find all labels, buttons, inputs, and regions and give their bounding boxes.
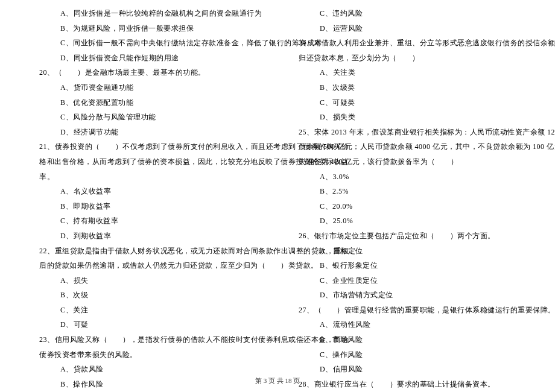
q22-option-a: A、损失 [27, 273, 268, 288]
q25-option-c: C、20.0% [287, 199, 528, 214]
left-column: A、同业拆借是一种比较纯粹的金融机构之间的资金融通行为 B、为规避风险，同业拆借… [18, 6, 278, 374]
q25-option-d: D、25.0% [287, 213, 528, 229]
q26-option-d: D、市场营销方式定位 [287, 288, 528, 303]
q23-option-a: A、贷款风险 [27, 362, 268, 377]
q22-option-b: B、次级 [27, 288, 268, 303]
q21-option-a: A、名义收益率 [27, 184, 268, 199]
q27-option-a: A、流动性风险 [287, 317, 528, 332]
q23-stem-l2: 债券投资者带来损失的风险。 [27, 347, 268, 362]
q25-stem-l1: 25、宋体 2013 年末，假设某商业银行相关指标为：人民币流动性资产余额 12… [287, 125, 528, 140]
q28-stem: 28、商业银行应当在（ ）要求的基础上计提储备资本。 [287, 377, 528, 392]
q21-option-c: C、持有期收益率 [27, 213, 268, 229]
q22-option-c: C、关注 [27, 303, 268, 318]
q24-stem-l2: 归还贷款本息，至少划分为（ ） [287, 51, 528, 66]
q22-stem-l2: 后的贷款如果仍然逾期，或借款人仍然无力归还贷款，应至少归为（ ）类贷款。 [27, 258, 268, 273]
q19-option-c: C、同业拆借一般不需向中央银行缴纳法定存款准备金，降低了银行的筹资成本 [27, 36, 268, 51]
q25-option-b: B、2.5% [287, 184, 528, 199]
q22-option-d: D、可疑 [27, 317, 268, 332]
q21-stem-l1: 21、债券投资的（ ）不仅考虑到了债券所支付的利息收入，而且还考虑到了债券的购买… [27, 139, 268, 154]
q27-stem: 27、（ ）管理是银行经营的重要职能，是银行体系稳健运行的重要保障。 [287, 303, 528, 318]
q20-option-c: C、风险分散与风险管理功能 [27, 110, 268, 125]
q24-option-b: B、次级类 [287, 80, 528, 95]
q21-option-b: B、即期收益率 [27, 199, 268, 214]
q26-option-a: A、目标定位 [287, 244, 528, 259]
q23-stem-l1: 23、信用风险又称（ ），是指发行债券的借款人不能按时支付债券利息或偿还本金，而… [27, 332, 268, 347]
q22-stem-l1: 22、重组贷款是指由于借款人财务状况恶化，或无力还款而对合同条款作出调整的贷款，… [27, 244, 268, 259]
q23-option-c: C、违约风险 [287, 6, 528, 21]
q25-stem-l2: 债余额 500 亿元；人民币贷款余额 4000 亿元，其中，不良贷款余额为 10… [287, 139, 528, 154]
q21-option-d: D、到期收益率 [27, 229, 268, 244]
right-column: C、违约风险 D、运营风险 24、对借款人利用企业兼并、重组、分立等形式恶意逃废… [278, 6, 537, 374]
q25-option-a: A、3.0% [287, 169, 528, 185]
q23-option-b: B、操作风险 [27, 377, 268, 392]
q20-option-a: A、货币资金融通功能 [27, 80, 268, 95]
q20-stem: 20、（ ）是金融市场最主要、最基本的功能。 [27, 65, 268, 80]
q26-stem: 26、银行市场定位主要包括产品定位和（ ）两个方面。 [287, 229, 528, 244]
q27-option-c: C、操作风险 [287, 347, 528, 362]
q20-option-d: D、经济调节功能 [27, 125, 268, 140]
q24-option-c: C、可疑类 [287, 95, 528, 110]
page-body: A、同业拆借是一种比较纯粹的金融机构之间的资金融通行为 B、为规避风险，同业拆借… [0, 0, 555, 374]
q24-option-d: D、损失类 [287, 110, 528, 125]
q23-option-d: D、运营风险 [287, 21, 528, 36]
q19-option-a: A、同业拆借是一种比较纯粹的金融机构之间的资金融通行为 [27, 6, 268, 21]
q24-option-a: A、关注类 [287, 65, 528, 80]
q19-option-b: B、为规避风险，同业拆借一般要求担保 [27, 21, 268, 36]
q25-stem-l3: 失准备为 120 亿元，该行贷款拨备率为（ ） [287, 154, 528, 169]
q27-option-d: D、信用风险 [287, 362, 528, 377]
q21-stem-l3: 率。 [27, 169, 268, 185]
q19-option-d: D、同业拆借资金只能作短期的用途 [27, 51, 268, 66]
q26-option-b: B、银行形象定位 [287, 258, 528, 273]
q24-stem-l1: 24、对借款人利用企业兼并、重组、分立等形式恶意逃废银行债务的授信余额，如没有逾… [287, 36, 528, 51]
q21-stem-l2: 格和出售价格，从而考虑到了债券的资本损益，因此，比较充分地反映了债券投资的实际收… [27, 154, 268, 169]
q26-option-c: C、企业性质定位 [287, 273, 528, 288]
q20-option-b: B、优化资源配置功能 [27, 95, 268, 110]
q27-option-b: B、市场风险 [287, 332, 528, 347]
